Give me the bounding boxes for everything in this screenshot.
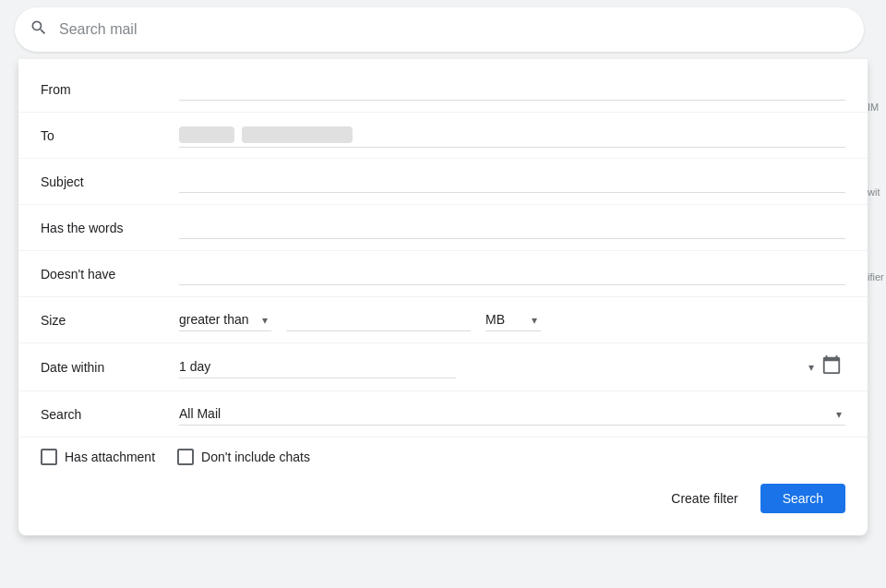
size-unit-wrapper: MB KB Bytes ▾ (485, 308, 541, 331)
dont-include-chats-label: Don't include chats (201, 450, 310, 464)
from-row: From (18, 66, 868, 113)
doesnt-have-row: Doesn't have (18, 251, 868, 297)
search-location-select[interactable]: All Mail Inbox Starred Sent Mail Drafts … (179, 402, 845, 426)
dont-include-chats-checkbox-item[interactable]: Don't include chats (177, 449, 310, 465)
size-comparator-wrapper: greater than less than ▾ (179, 308, 271, 331)
search-bar-inner[interactable]: Search mail (15, 7, 864, 52)
calendar-button[interactable] (818, 351, 845, 383)
to-label: To (41, 128, 179, 143)
has-attachment-label: Has attachment (65, 450, 155, 464)
has-the-words-input[interactable] (179, 216, 845, 239)
date-within-row: Date within 1 day 3 days 1 week 2 weeks … (18, 343, 868, 391)
create-filter-button[interactable]: Create filter (656, 484, 752, 513)
search-bar: Search mail (0, 0, 886, 59)
to-chips-container[interactable] (179, 123, 845, 148)
page-background: Search mail From To Subject Has the word… (0, 0, 886, 588)
size-number-input[interactable] (286, 308, 471, 331)
has-attachment-checkbox[interactable] (41, 449, 57, 465)
search-icon (30, 18, 48, 42)
has-attachment-checkbox-item[interactable]: Has attachment (41, 449, 155, 465)
to-row: To (18, 113, 868, 159)
doesnt-have-label: Doesn't have (41, 267, 179, 282)
date-within-select-wrapper: 1 day 3 days 1 week 2 weeks 1 month 2 mo… (179, 355, 818, 378)
search-dropdown-panel: From To Subject Has the words Doesn't ha… (18, 59, 868, 535)
checkboxes-row: Has attachment Don't include chats (18, 438, 868, 476)
search-location-label: Search (41, 407, 179, 422)
hint-wit: wit (868, 186, 886, 198)
from-input[interactable] (179, 78, 845, 101)
size-unit-select[interactable]: MB KB Bytes (485, 308, 541, 331)
subject-input[interactable] (179, 170, 845, 193)
search-mail-label: Search mail (59, 21, 137, 38)
footer-row: Create filter Search (18, 476, 868, 521)
right-hints: IM wit ifier (868, 92, 886, 282)
size-comparator-select[interactable]: greater than less than (179, 308, 271, 331)
to-chip-2 (242, 126, 353, 143)
search-location-select-wrapper: All Mail Inbox Starred Sent Mail Drafts … (179, 402, 845, 426)
date-within-select[interactable]: 1 day 3 days 1 week 2 weeks 1 month 2 mo… (179, 355, 456, 378)
dont-include-chats-checkbox[interactable] (177, 449, 194, 465)
size-row: Size greater than less than ▾ MB KB Byte… (18, 297, 868, 343)
from-label: From (41, 82, 179, 97)
subject-label: Subject (41, 174, 179, 189)
to-chip-1 (179, 126, 234, 143)
hint-im: IM (868, 102, 886, 113)
has-the-words-row: Has the words (18, 205, 868, 251)
subject-row: Subject (18, 159, 868, 205)
doesnt-have-input[interactable] (179, 262, 845, 285)
size-label: Size (41, 313, 179, 328)
date-within-arrow-icon: ▾ (808, 361, 814, 374)
date-within-label: Date within (41, 360, 179, 375)
search-button[interactable]: Search (760, 484, 845, 513)
has-the-words-label: Has the words (41, 221, 179, 235)
search-location-row: Search All Mail Inbox Starred Sent Mail … (18, 391, 868, 438)
hint-ifier: ifier (868, 271, 886, 282)
